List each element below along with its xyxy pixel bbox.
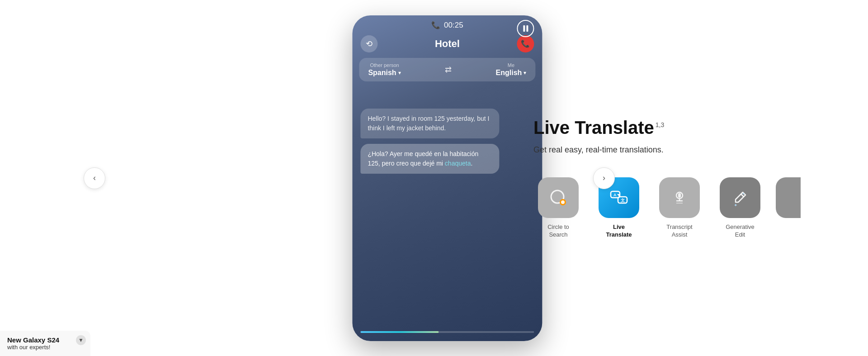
feature-item-generative-edit[interactable]: ✦ ✦ GenerativeEdit — [715, 177, 765, 239]
svg-text:文: 文 — [621, 198, 625, 203]
language-other-select[interactable]: Spanish ▾ — [368, 69, 401, 77]
call-contact-name: Hotel — [435, 38, 460, 50]
feature-superscript: 1,3 — [656, 121, 664, 128]
features-row: Circle toSearch A 文 LiveTranslate — [533, 177, 832, 239]
circle-to-search-svg — [548, 188, 568, 208]
live-translate-svg: A 文 — [608, 187, 630, 209]
message-1: Hello? I stayed in room 125 yesterday, b… — [360, 109, 499, 138]
generative-edit-icon-box: ✦ ✦ — [720, 177, 760, 218]
back-button[interactable]: ⟲ — [360, 35, 377, 52]
feature-title-row: Live Translate 1,3 — [533, 118, 832, 138]
call-timer: 00:25 — [444, 21, 463, 30]
svg-text:✦: ✦ — [742, 192, 745, 196]
feature-title: Live Translate — [533, 118, 654, 138]
notification-subtitle: with our experts! — [7, 344, 83, 351]
svg-text:A: A — [613, 193, 617, 197]
language-other-name: Spanish — [368, 69, 396, 77]
svg-rect-8 — [678, 193, 681, 198]
transcript-assist-svg — [670, 188, 689, 208]
call-icon: 📞 — [431, 21, 440, 29]
swap-languages-icon[interactable]: ⇄ — [445, 65, 452, 75]
transcript-assist-icon-box — [659, 177, 700, 218]
feature-description: Get real easy, real-time translations. — [533, 145, 832, 155]
live-translate-label: LiveTranslate — [606, 223, 632, 239]
progress-fill — [360, 331, 439, 333]
generative-edit-svg: ✦ ✦ — [730, 188, 750, 208]
svg-point-2 — [561, 200, 565, 204]
circle-to-search-label: Circle toSearch — [547, 223, 569, 239]
language-other-arrow: ▾ — [398, 70, 401, 76]
partial-icon-box — [776, 177, 801, 218]
feature-item-transcript-assist[interactable]: TranscriptAssist — [655, 177, 704, 239]
notification-collapse[interactable]: ▼ — [76, 335, 86, 345]
notification-card: ▼ New Galaxy S24 with our experts! — [0, 331, 90, 356]
generative-edit-label: GenerativeEdit — [726, 223, 755, 239]
circle-to-search-icon-box — [538, 177, 579, 218]
notification-title: New Galaxy S24 — [7, 336, 83, 344]
nav-arrow-left[interactable]: ‹ — [84, 167, 105, 189]
other-person-label: Other person — [370, 62, 399, 68]
feature-item-circle-to-search[interactable]: Circle toSearch — [533, 177, 583, 239]
language-other-section: Other person Spanish ▾ — [368, 62, 401, 77]
highlighted-word: chaqueta — [445, 160, 471, 167]
feature-item-partial — [776, 177, 801, 218]
transcript-assist-label: TranscriptAssist — [666, 223, 692, 239]
nav-arrow-right[interactable]: › — [593, 167, 615, 189]
svg-text:✦: ✦ — [734, 203, 737, 208]
feature-panel: Live Translate 1,3 Get real easy, real-t… — [497, 0, 868, 356]
message-2: ¿Hola? Ayer me quedé en la habitación 12… — [360, 144, 499, 174]
